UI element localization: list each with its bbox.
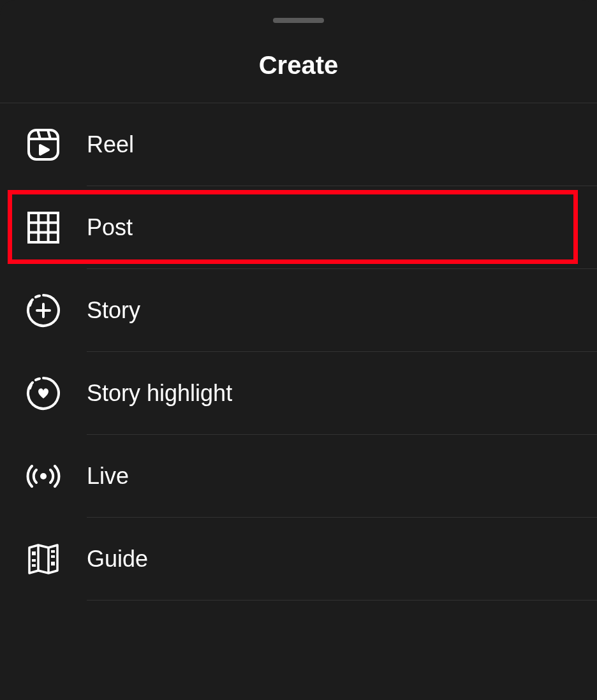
create-sheet: Create Reel [0,0,597,700]
story-heart-icon [26,376,61,411]
svg-rect-14 [32,551,36,555]
svg-rect-19 [51,562,55,565]
menu-item-label: Live [87,463,129,490]
svg-rect-0 [29,130,58,159]
reel-icon [26,127,61,163]
svg-rect-15 [32,559,36,562]
create-menu-list: Reel Post [0,103,597,601]
menu-item-story-highlight[interactable]: Story highlight [0,352,597,435]
live-icon [26,458,61,494]
menu-item-label: Reel [87,131,134,158]
grid-icon [26,210,61,245]
svg-rect-17 [51,550,55,553]
sheet-header: Create [0,0,597,103]
svg-rect-18 [51,555,55,558]
svg-line-3 [48,130,50,139]
menu-item-label: Post [87,214,133,241]
menu-item-label: Story highlight [87,380,232,407]
svg-rect-16 [32,564,36,567]
svg-line-2 [38,130,40,139]
svg-rect-4 [29,213,58,242]
menu-item-post[interactable]: Post [0,186,597,269]
sheet-title: Create [0,51,597,80]
story-plus-icon [26,293,61,328]
guide-icon [26,541,61,577]
menu-item-reel[interactable]: Reel [0,103,597,186]
menu-item-label: Story [87,297,140,324]
menu-item-label: Guide [87,546,148,572]
svg-point-11 [40,473,47,479]
menu-item-story[interactable]: Story [0,269,597,352]
drag-handle[interactable] [273,18,324,23]
menu-item-guide[interactable]: Guide [0,518,597,601]
menu-item-live[interactable]: Live [0,435,597,518]
